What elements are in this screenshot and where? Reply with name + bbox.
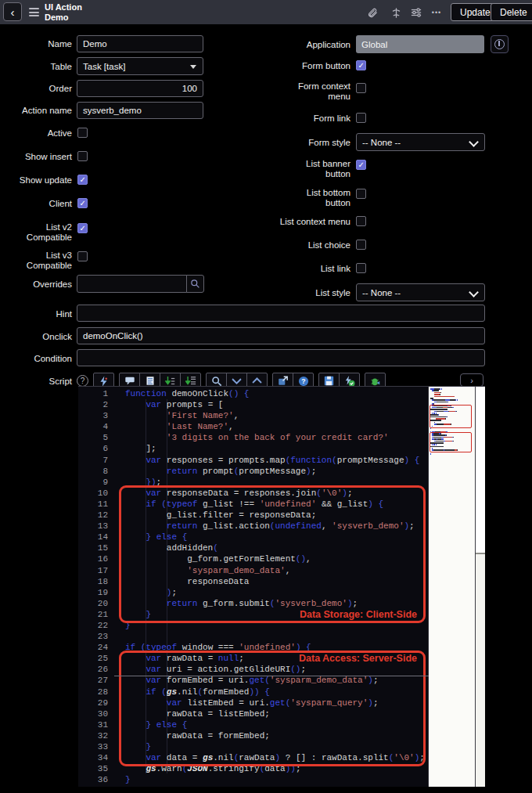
client-label: Client: [0, 199, 72, 209]
chevron-down-icon: [469, 287, 479, 297]
minimap-annotation-box: [430, 432, 472, 452]
info-icon: [494, 39, 505, 49]
hint-input[interactable]: [77, 305, 485, 322]
list-v2-compatible-label: List v2Compatible: [0, 222, 72, 243]
back-icon: ‹: [11, 5, 15, 19]
action-name-input[interactable]: [77, 102, 203, 119]
menu-icon[interactable]: [29, 8, 39, 19]
order-label: Order: [0, 84, 72, 94]
header-bar: ‹ UI ActionDemo ••• Update Delete: [0, 0, 532, 24]
order-input[interactable]: [77, 80, 203, 97]
application-info-button[interactable]: [491, 35, 509, 53]
list-v3-compatible-checkbox[interactable]: [77, 251, 88, 261]
overrides-input[interactable]: [77, 275, 187, 293]
show-insert-checkbox[interactable]: [77, 151, 88, 161]
back-button[interactable]: ‹: [3, 2, 22, 21]
show-update-label: Show update: [0, 175, 72, 186]
list-style-select[interactable]: -- None --: [356, 283, 485, 301]
script-label: Script: [0, 377, 72, 387]
action-name-label: Action name: [0, 106, 72, 116]
filter-icon[interactable]: [410, 6, 422, 19]
line-number-gutter: 1234567891011121314151617181920212223242…: [78, 387, 114, 787]
form-style-select[interactable]: -- None --: [356, 133, 485, 151]
ui-action-form: ‹ UI ActionDemo ••• Update Delete Name T…: [0, 0, 532, 793]
client-checkbox[interactable]: [77, 198, 88, 208]
script-editor[interactable]: 1234567891011121314151617181920212223242…: [78, 386, 485, 787]
name-label: Name: [0, 39, 72, 49]
editor-scrollbar[interactable]: [475, 387, 485, 787]
overrides-label: Overrides: [0, 279, 72, 290]
application-input: [356, 35, 484, 53]
show-insert-label: Show insert: [0, 152, 72, 162]
personalize-icon[interactable]: [390, 6, 402, 19]
active-checkbox[interactable]: [77, 128, 88, 138]
editor-expand-button[interactable]: ›: [460, 373, 483, 387]
form-link-label: Form link: [279, 114, 350, 124]
list-context-menu-label: List context menu: [279, 217, 350, 227]
condition-label: Condition: [0, 354, 72, 364]
list-v3-compatible-label: List v3Compatible: [0, 251, 72, 271]
name-input[interactable]: [77, 35, 203, 52]
form-button-label: Form button: [279, 61, 350, 71]
form-context-menu-checkbox[interactable]: [356, 83, 366, 93]
table-label: Table: [0, 62, 72, 72]
list-banner-button-label: List bannerbutton: [279, 159, 350, 179]
editor-minimap[interactable]: [428, 387, 475, 787]
svg-text:?: ?: [301, 377, 305, 385]
code-area[interactable]: function demoOnClick() { var prompts = […: [114, 387, 429, 787]
active-label: Active: [0, 128, 72, 139]
onclick-label: Onclick: [0, 332, 72, 342]
hint-label: Hint: [0, 309, 72, 319]
overrides-lookup-button[interactable]: [186, 275, 204, 293]
list-v2-compatible-checkbox[interactable]: [77, 223, 88, 233]
onclick-input[interactable]: [77, 327, 485, 344]
list-context-menu-checkbox[interactable]: [356, 216, 366, 226]
list-style-label: List style: [279, 288, 350, 298]
caret-down-icon: [190, 65, 196, 69]
list-link-label: List link: [279, 264, 350, 274]
application-label: Application: [279, 40, 350, 50]
table-select[interactable]: Task [task]: [77, 57, 203, 75]
more-icon[interactable]: •••: [430, 6, 443, 19]
form-link-checkbox[interactable]: [356, 113, 366, 123]
form-context-menu-label: Form contextmenu: [279, 81, 350, 102]
list-link-checkbox[interactable]: [356, 263, 366, 273]
form-style-label: Form style: [279, 138, 350, 148]
list-bottom-button-checkbox[interactable]: [356, 189, 366, 199]
condition-input[interactable]: [77, 349, 485, 366]
list-banner-button-checkbox[interactable]: [356, 160, 366, 170]
chevron-right-icon: ›: [470, 376, 473, 385]
list-choice-label: List choice: [279, 240, 350, 251]
page-title: UI ActionDemo: [45, 2, 82, 22]
list-choice-checkbox[interactable]: [356, 240, 366, 250]
scrollbar-thumb[interactable]: [476, 387, 485, 554]
help-icon[interactable]: ?: [77, 375, 88, 387]
active-line-indicator: [114, 676, 429, 676]
chevron-down-icon: [469, 137, 479, 147]
show-update-checkbox[interactable]: [77, 175, 88, 185]
delete-button[interactable]: Delete: [491, 3, 532, 21]
search-icon: [190, 279, 200, 289]
minimap-annotation-box: [430, 405, 472, 429]
attachment-icon[interactable]: [366, 6, 379, 19]
list-bottom-button-label: List bottombutton: [279, 188, 350, 208]
form-button-checkbox[interactable]: [356, 60, 366, 70]
